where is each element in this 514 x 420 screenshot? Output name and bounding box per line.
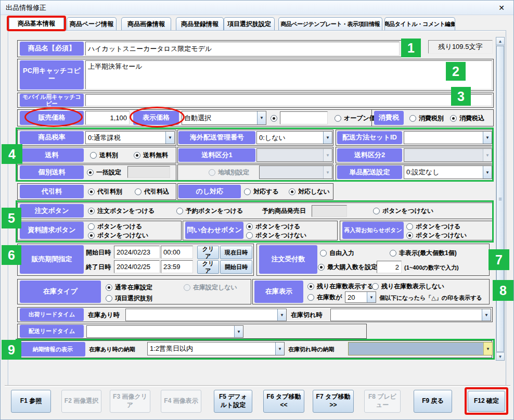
overseas-combo[interactable]: 0:しない ▼ [256, 131, 332, 144]
radio-noshi-no[interactable]: 対応しない [289, 187, 330, 196]
radio-restock-off-circle[interactable] [406, 232, 413, 239]
chevron-down-icon[interactable]: ▼ [483, 166, 492, 179]
radio-cod-included-circle[interactable] [135, 188, 142, 195]
radio-set-max-circle[interactable] [318, 264, 325, 271]
end-clear-button[interactable]: クリア [197, 260, 219, 274]
radio-shipping-separate-circle[interactable] [90, 152, 97, 159]
copy-start-datetime-button[interactable]: 開始日時 [220, 260, 252, 274]
chevron-down-icon[interactable]: ▼ [483, 132, 492, 144]
radio-tax-included[interactable]: 消費税込 [450, 114, 484, 122]
delivery-instock-combo[interactable]: 1:2営業日以内 ▼ [147, 342, 285, 355]
chevron-down-icon[interactable]: ▼ [482, 309, 491, 321]
delivery-lead-combo[interactable]: ▼ [86, 325, 243, 338]
delivery-setid-combo[interactable]: ▼ [404, 131, 492, 144]
radio-noshi-yes[interactable]: 対応する [244, 187, 279, 196]
radio-order-button-on[interactable]: 注文ボタンをつける [88, 207, 155, 215]
radio-inquiry-off-circle[interactable] [246, 232, 253, 239]
radio-shipping-free-circle[interactable] [134, 152, 140, 159]
start-clear-button[interactable]: クリア [197, 246, 219, 259]
radio-stock-by-option-circle[interactable] [106, 295, 112, 302]
radio-request-off-circle[interactable] [88, 232, 95, 239]
radio-inquiry-off[interactable]: ボタンをつけない [246, 231, 306, 239]
tab-basic-info[interactable]: 商品基本情報 [9, 16, 64, 31]
radio-batch-setting-circle[interactable] [87, 169, 94, 176]
scroll-down-icon[interactable]: ▼ [496, 352, 505, 361]
radio-stock-normal[interactable]: 通常在庫設定 [106, 283, 152, 291]
chevron-down-icon[interactable]: ▼ [367, 292, 376, 302]
radio-request-off[interactable]: ボタンをつけない [88, 231, 148, 239]
radio-free-input-circle[interactable] [320, 250, 327, 257]
radio-reserve-button-circle[interactable] [176, 208, 183, 214]
chevron-down-icon[interactable]: ▼ [275, 342, 284, 355]
radio-set-max[interactable]: 最大購入数を設定 [318, 263, 377, 271]
radio-stock-mark[interactable]: 在庫数が [307, 293, 342, 301]
radio-inquiry-on[interactable]: ボタンをつける [246, 222, 300, 231]
chevron-down-icon[interactable]: ▼ [257, 111, 266, 124]
radio-open-price-circle[interactable] [335, 115, 341, 122]
tanpin-combo[interactable]: 0:設定なし ▼ [404, 166, 492, 179]
radio-request-on-circle[interactable] [88, 223, 95, 230]
chevron-down-icon[interactable]: ▼ [277, 309, 286, 321]
ship-lead-instock-combo[interactable]: ▼ [125, 309, 287, 321]
display-price-combo[interactable]: 自動選択 ▼ [182, 111, 266, 125]
radio-noshi-no-circle[interactable] [289, 188, 295, 195]
radio-cod-separate[interactable]: 代引料別 [88, 187, 122, 196]
tab-option-setting[interactable]: 項目選択肢設定 [224, 17, 275, 31]
radio-tax-separate[interactable]: 消費税別 [409, 114, 444, 122]
radio-order-button-none[interactable]: ボタンをつけない [373, 207, 433, 215]
fixed-price-input[interactable] [280, 111, 328, 124]
end-date-input[interactable]: 2024/02/25 [114, 260, 160, 273]
sell-price-input[interactable]: 1,100 [85, 111, 130, 125]
radio-reserve-button[interactable]: 予約ボタンをつける [176, 207, 243, 215]
tab-image-info[interactable]: 商品画像情報 [121, 17, 171, 31]
radio-stock-hide-circle[interactable] [372, 283, 379, 290]
pc-catch-textarea[interactable]: 上半期決算セール [85, 60, 492, 90]
radio-cod-included[interactable]: 代引料込 [135, 187, 169, 196]
chevron-down-icon[interactable]: ▼ [483, 342, 492, 355]
tab-register-info[interactable]: 商品登録情報 [176, 17, 224, 31]
radio-order-button-none-circle[interactable] [373, 208, 380, 214]
radio-free-input[interactable]: 自由入力 [320, 249, 354, 257]
max-count-input[interactable]: 2 [377, 261, 402, 273]
f1-browse-button[interactable]: F1 参照 [11, 390, 51, 413]
radio-hidden-max[interactable]: 非表示(最大個数1個) [390, 249, 457, 257]
radio-restock-on-circle[interactable] [406, 223, 413, 230]
radio-request-on[interactable]: ボタンをつける [88, 222, 142, 231]
scrollbar-thumb[interactable]: ≡ [496, 46, 504, 352]
start-date-input[interactable]: 2024/02/23 [114, 246, 160, 259]
start-time-input[interactable]: 00:00 [161, 246, 193, 259]
end-time-input[interactable]: 23:59 [161, 260, 193, 273]
radio-tax-included-circle[interactable] [450, 115, 457, 122]
tab-title-comment[interactable]: 商品タイトル・コメント編集 [384, 17, 455, 31]
now-datetime-button[interactable]: 現在日時 [220, 246, 252, 259]
radio-stock-hide[interactable]: 残り在庫数表示しない [372, 282, 444, 290]
radio-shipping-free[interactable]: 送料無料 [134, 151, 168, 159]
radio-restock-off[interactable]: ボタンをつけない [406, 231, 467, 239]
radio-tax-separate-circle[interactable] [409, 115, 416, 122]
radio-fixed-price[interactable] [271, 115, 277, 122]
tab-template-info[interactable]: 商品ページテンプレート・表示項目情報 [278, 17, 382, 31]
f5-default-setting-button[interactable]: F5 デフォルト設定 [214, 390, 252, 413]
radio-batch-setting[interactable]: 一括設定 [87, 168, 121, 176]
scroll-up-icon[interactable]: ▲ [496, 37, 505, 45]
tab-page-info[interactable]: 商品ページ情報 [67, 17, 117, 31]
radio-inquiry-on-circle[interactable] [246, 223, 253, 230]
tax-rate-combo[interactable]: 0:通常課税 ▼ [85, 131, 175, 144]
chevron-down-icon[interactable]: ▼ [234, 326, 243, 337]
ship-lead-outstock-combo[interactable]: ▼ [330, 309, 491, 321]
chevron-down-icon[interactable]: ▼ [323, 132, 332, 144]
radio-stock-by-option[interactable]: 項目選択肢別 [106, 294, 152, 302]
radio-stock-mark-circle[interactable] [307, 294, 314, 301]
radio-cod-separate-circle[interactable] [88, 188, 95, 195]
radio-stock-show-circle[interactable] [307, 283, 314, 290]
product-name-input[interactable]: ハイカットスニーカータロス限定モデル [85, 42, 400, 56]
f7-tab-next-button[interactable]: F7 タブ移動>> [313, 390, 354, 413]
radio-restock-on[interactable]: ボタンをつける [406, 222, 460, 231]
radio-order-button-on-circle[interactable] [88, 208, 95, 214]
radio-noshi-yes-circle[interactable] [244, 188, 251, 195]
radio-stock-show[interactable]: 残り在庫数表示する [307, 282, 374, 290]
radio-shipping-separate[interactable]: 送料別 [90, 151, 118, 159]
close-icon[interactable]: ✕ [496, 3, 507, 13]
f6-tab-prev-button[interactable]: F6 タブ移動<< [263, 390, 304, 413]
stock-threshold-combo[interactable]: 20 ▼ [345, 291, 376, 303]
